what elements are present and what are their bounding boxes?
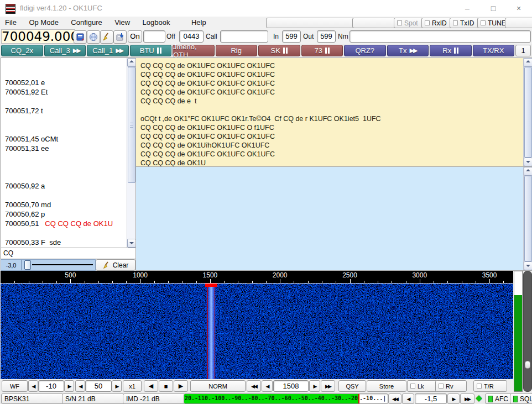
- wf-mode-button[interactable]: WF: [2, 380, 28, 392]
- shift-value[interactable]: -1,5: [415, 393, 447, 404]
- slider-thumb[interactable]: [525, 361, 530, 369]
- browser-line[interactable]: [1, 125, 127, 134]
- minimize-button[interactable]: –: [459, 2, 476, 14]
- freq-up-button[interactable]: ▶: [309, 380, 320, 392]
- waterfall-cursor[interactable]: [205, 284, 217, 287]
- scroll-right-button[interactable]: ▶: [174, 380, 188, 392]
- scroll-down-icon[interactable]: [127, 239, 136, 248]
- menu-view[interactable]: View: [109, 17, 135, 28]
- logbook-button[interactable]: [74, 30, 87, 44]
- menu-logbook[interactable]: Logbook: [138, 17, 175, 28]
- macro-button-sk[interactable]: SK: [258, 45, 300, 56]
- maximize-button[interactable]: □: [485, 2, 502, 14]
- macro-button-tx-rx[interactable]: TX/RX: [473, 45, 515, 56]
- freq-down-button[interactable]: ◀: [262, 380, 273, 392]
- browser-line[interactable]: 700050,92 a: [1, 181, 127, 191]
- macro-button-qrz-[interactable]: QRZ?: [344, 45, 386, 56]
- audio-freq-value[interactable]: 1508: [273, 380, 309, 392]
- zoom-button[interactable]: x1: [123, 380, 142, 392]
- menu-op-mode[interactable]: Op Mode: [24, 17, 63, 28]
- refsig-down-button[interactable]: ◀: [75, 380, 85, 392]
- shift-up-button[interactable]: ▶: [447, 393, 460, 404]
- macro-button-btu[interactable]: BTU: [130, 45, 172, 56]
- qrz-lookup-button[interactable]: [87, 30, 100, 44]
- freq-big-up-button[interactable]: ▶▶: [321, 380, 335, 392]
- macro-button-cq-2x[interactable]: CQ_2x: [1, 45, 43, 56]
- op-name-input[interactable]: [350, 30, 531, 43]
- macro-button-73[interactable]: 73: [301, 45, 343, 56]
- shift-down-button[interactable]: ◀: [402, 393, 414, 404]
- lock-toggle[interactable]: Lk: [407, 380, 437, 392]
- browser-line[interactable]: 700050,62 p: [1, 209, 127, 219]
- browser-squelch-slider[interactable]: [22, 259, 96, 271]
- wf-speed-button[interactable]: NORM: [190, 380, 246, 392]
- tune-toggle[interactable]: TUNE: [477, 18, 507, 28]
- scroll-up-icon[interactable]: [127, 58, 136, 67]
- browser-line[interactable]: [1, 172, 127, 181]
- qso-end-time-input[interactable]: 0443: [179, 30, 204, 43]
- callsign-input[interactable]: [220, 30, 268, 43]
- signal-trace[interactable]: [205, 284, 217, 379]
- browser-line[interactable]: 700051,31 ee: [1, 144, 127, 153]
- macro-button-rx[interactable]: Rx: [430, 45, 472, 56]
- scroll-down-icon[interactable]: [524, 261, 532, 270]
- browser-line[interactable]: [1, 162, 127, 172]
- scrollbar-thumb[interactable]: [524, 67, 532, 158]
- signal-browser[interactable]: 700052,01 e700051,92 Et700051,72 t700051…: [1, 57, 136, 248]
- afc-toggle[interactable]: AFC: [485, 393, 512, 404]
- scroll-down-icon[interactable]: [524, 158, 532, 166]
- ampspan-value[interactable]: -10: [38, 380, 64, 392]
- rst-in-input[interactable]: 599: [282, 30, 301, 43]
- macro-button-jmeno-qth[interactable]: Jmeno, QTH: [173, 45, 215, 56]
- browser-line[interactable]: 700050,51 CQ CQ CQ de OK1U: [1, 219, 127, 228]
- center-stop-button[interactable]: ■: [159, 380, 173, 392]
- rx-scrollbar[interactable]: [523, 58, 532, 166]
- frequency-display[interactable]: 700049.000: [1, 29, 75, 44]
- slider-thumb[interactable]: [24, 260, 31, 270]
- rst-out-input[interactable]: 599: [317, 30, 336, 43]
- scroll-up-icon[interactable]: [524, 167, 532, 176]
- refsig-up-button[interactable]: ▶: [112, 380, 122, 392]
- waterfall-scale[interactable]: 500100015002000250030003500: [1, 271, 513, 284]
- macro-button-tx[interactable]: Tx▶▶: [387, 45, 429, 56]
- browser-line[interactable]: [1, 191, 127, 200]
- waterfall[interactable]: [1, 284, 513, 379]
- refsig-value[interactable]: 50: [85, 380, 112, 392]
- shift-big-down-button[interactable]: ◀◀: [388, 393, 401, 404]
- browser-line[interactable]: 700051,92 Et: [1, 87, 127, 97]
- ampspan-up-button[interactable]: ▶: [64, 380, 74, 392]
- menu-help[interactable]: Help: [186, 17, 211, 28]
- browser-clear-button[interactable]: Clear: [96, 259, 135, 271]
- browser-line[interactable]: 700051,45 oCMt: [1, 134, 127, 144]
- browser-line[interactable]: [1, 228, 127, 238]
- store-button[interactable]: Store: [367, 380, 406, 392]
- scroll-left-button[interactable]: ◀: [144, 380, 158, 392]
- browser-line[interactable]: 700050,33 F sde: [1, 238, 127, 247]
- browser-scrollbar[interactable]: [127, 58, 135, 248]
- macro-button-call-3[interactable]: Call_3▶▶: [44, 45, 86, 56]
- right-slider[interactable]: [523, 271, 532, 392]
- scrollbar-thumb[interactable]: [524, 176, 532, 261]
- qso-start-time-input[interactable]: [143, 30, 165, 43]
- rx-text-pane[interactable]: CQ CQ CQ de OK1UFC OK1UFC OK1UFC CQ CQ C…: [135, 57, 532, 167]
- macro-button-call-1[interactable]: Call_1▶▶: [87, 45, 129, 56]
- tx-scrollbar[interactable]: [523, 167, 532, 270]
- shift-big-up-button[interactable]: ▶▶: [460, 393, 474, 404]
- save-qso-button[interactable]: [113, 30, 127, 44]
- browser-line[interactable]: [1, 116, 127, 125]
- menu-file[interactable]: File: [0, 17, 22, 28]
- browser-line[interactable]: 700052,01 e: [1, 78, 127, 87]
- browser-search-input[interactable]: CQ: [1, 248, 138, 259]
- qso-on-button[interactable]: On: [128, 30, 142, 43]
- tr-toggle[interactable]: T/R: [473, 380, 507, 392]
- mode-status[interactable]: BPSK31: [1, 393, 64, 404]
- rxid-toggle[interactable]: RxID: [421, 18, 451, 28]
- scroll-up-icon[interactable]: [524, 58, 532, 67]
- scrollbar-thumb[interactable]: [128, 67, 135, 183]
- macro-button-rig[interactable]: Rig: [216, 45, 258, 56]
- freq-big-down-button[interactable]: ◀◀: [247, 380, 261, 392]
- browser-line[interactable]: 700051,72 t: [1, 106, 127, 116]
- browser-line[interactable]: [1, 153, 127, 162]
- clear-fields-button[interactable]: [100, 30, 113, 44]
- sql-toggle[interactable]: SQL: [510, 393, 532, 404]
